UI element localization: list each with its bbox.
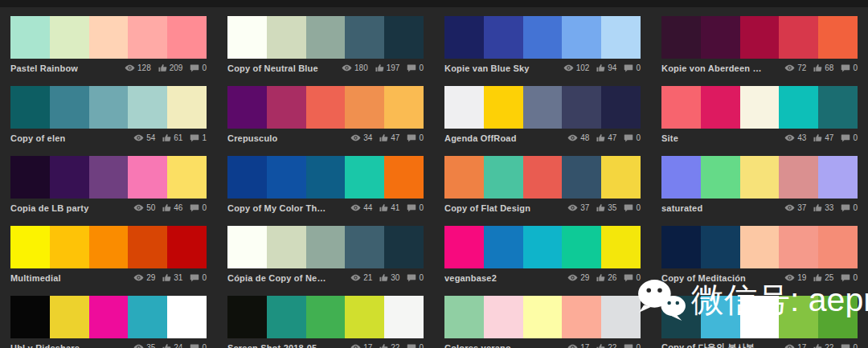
color-swatch[interactable] [89, 156, 129, 199]
color-swatch[interactable] [128, 226, 167, 268]
palette-card[interactable]: UbLy Rideshare 35 24 [10, 296, 207, 348]
palette-swatches[interactable] [10, 156, 207, 199]
palette-card[interactable]: Copy of My Color Theme 44 41 [227, 156, 424, 215]
color-swatch[interactable] [818, 16, 858, 59]
color-swatch[interactable] [523, 296, 563, 338]
color-swatch[interactable] [601, 296, 641, 338]
color-swatch[interactable] [50, 226, 89, 268]
likes-stat[interactable]: 197 [375, 63, 400, 72]
thumbs-up-icon[interactable] [596, 133, 605, 142]
palette-name[interactable]: UbLy Rideshare [10, 343, 80, 348]
color-swatch[interactable] [701, 16, 740, 59]
palette-name[interactable]: Copy of My Color Theme [227, 203, 330, 213]
palette-name[interactable]: saturated [661, 203, 702, 213]
likes-stat[interactable]: 41 [379, 203, 399, 212]
color-swatch[interactable] [306, 226, 346, 268]
likes-stat[interactable]: 68 [813, 63, 833, 72]
palette-name[interactable]: Site [661, 133, 678, 143]
palette-name[interactable]: veganbase2 [444, 273, 497, 283]
palette-name[interactable]: Colores verano [444, 343, 511, 348]
color-swatch[interactable] [818, 156, 858, 199]
color-swatch[interactable] [10, 16, 50, 59]
thumbs-up-icon[interactable] [162, 203, 171, 212]
color-swatch[interactable] [50, 86, 89, 129]
thumbs-up-icon[interactable] [813, 273, 822, 282]
color-swatch[interactable] [306, 296, 346, 338]
color-swatch[interactable] [779, 86, 818, 129]
color-swatch[interactable] [779, 226, 818, 268]
thumbs-up-icon[interactable] [813, 133, 822, 142]
likes-stat[interactable]: 47 [379, 133, 399, 142]
likes-stat[interactable]: 25 [813, 273, 833, 282]
color-swatch[interactable] [345, 156, 384, 199]
palette-swatches[interactable] [227, 156, 424, 199]
thumbs-up-icon[interactable] [813, 63, 822, 72]
likes-stat[interactable]: 47 [596, 133, 616, 142]
likes-stat[interactable]: 22 [813, 343, 833, 348]
color-swatch[interactable] [167, 16, 207, 59]
color-swatch[interactable] [444, 226, 484, 268]
palette-name[interactable]: Cópia de Copy of Neutral Blue [227, 273, 330, 283]
color-swatch[interactable] [345, 226, 384, 268]
likes-stat[interactable]: 30 [379, 273, 399, 282]
thumbs-up-icon[interactable] [158, 63, 167, 72]
palette-card[interactable]: Crepusculo 34 47 [227, 86, 424, 145]
palette-swatches[interactable] [10, 296, 207, 338]
palette-swatches[interactable] [661, 16, 858, 59]
color-swatch[interactable] [818, 86, 858, 129]
palette-name[interactable]: Kopie von Aberdeen Reds [661, 63, 764, 73]
palette-card[interactable]: Multimedial 29 31 [10, 226, 207, 285]
likes-stat[interactable]: 35 [596, 203, 616, 212]
color-swatch[interactable] [227, 296, 267, 338]
color-swatch[interactable] [740, 296, 780, 338]
thumbs-up-icon[interactable] [162, 343, 171, 348]
color-swatch[interactable] [89, 86, 129, 129]
color-swatch[interactable] [661, 296, 701, 338]
palette-swatches[interactable] [444, 86, 641, 129]
likes-stat[interactable]: 94 [596, 63, 616, 72]
color-swatch[interactable] [740, 16, 780, 59]
color-swatch[interactable] [128, 86, 167, 129]
palette-name[interactable]: Kopie van Blue Sky [444, 63, 530, 73]
color-swatch[interactable] [444, 86, 484, 129]
color-swatch[interactable] [267, 156, 306, 199]
palette-card[interactable]: Copy of elen 54 61 [10, 86, 207, 145]
color-swatch[interactable] [167, 86, 207, 129]
color-swatch[interactable] [484, 16, 523, 59]
palette-card[interactable]: Copia de LB party 50 46 [10, 156, 207, 215]
color-swatch[interactable] [345, 86, 384, 129]
color-swatch[interactable] [740, 86, 780, 129]
thumbs-up-icon[interactable] [379, 133, 388, 142]
color-swatch[interactable] [601, 86, 641, 129]
color-swatch[interactable] [128, 296, 167, 338]
color-swatch[interactable] [227, 16, 267, 59]
color-swatch[interactable] [484, 296, 523, 338]
thumbs-up-icon[interactable] [375, 63, 384, 72]
thumbs-up-icon[interactable] [379, 203, 388, 212]
palette-name[interactable]: Copy of Flat Design [444, 203, 530, 213]
color-swatch[interactable] [89, 16, 129, 59]
color-swatch[interactable] [661, 156, 701, 199]
color-swatch[interactable] [484, 156, 523, 199]
color-swatch[interactable] [779, 16, 818, 59]
color-swatch[interactable] [128, 156, 167, 199]
color-swatch[interactable] [227, 226, 267, 268]
color-swatch[interactable] [128, 16, 167, 59]
color-swatch[interactable] [345, 296, 384, 338]
color-swatch[interactable] [523, 16, 563, 59]
color-swatch[interactable] [50, 16, 89, 59]
palette-swatches[interactable] [227, 16, 424, 59]
palette-swatches[interactable] [227, 296, 424, 338]
thumbs-up-icon[interactable] [162, 133, 171, 142]
thumbs-up-icon[interactable] [596, 203, 605, 212]
likes-stat[interactable]: 22 [596, 343, 616, 348]
color-swatch[interactable] [10, 296, 50, 338]
likes-stat[interactable]: 22 [379, 343, 399, 348]
color-swatch[interactable] [701, 156, 740, 199]
color-swatch[interactable] [89, 226, 129, 268]
color-swatch[interactable] [384, 296, 424, 338]
palette-name[interactable]: Copia de LB party [10, 203, 89, 213]
likes-stat[interactable]: 61 [162, 133, 182, 142]
color-swatch[interactable] [227, 86, 267, 129]
color-swatch[interactable] [779, 296, 818, 338]
